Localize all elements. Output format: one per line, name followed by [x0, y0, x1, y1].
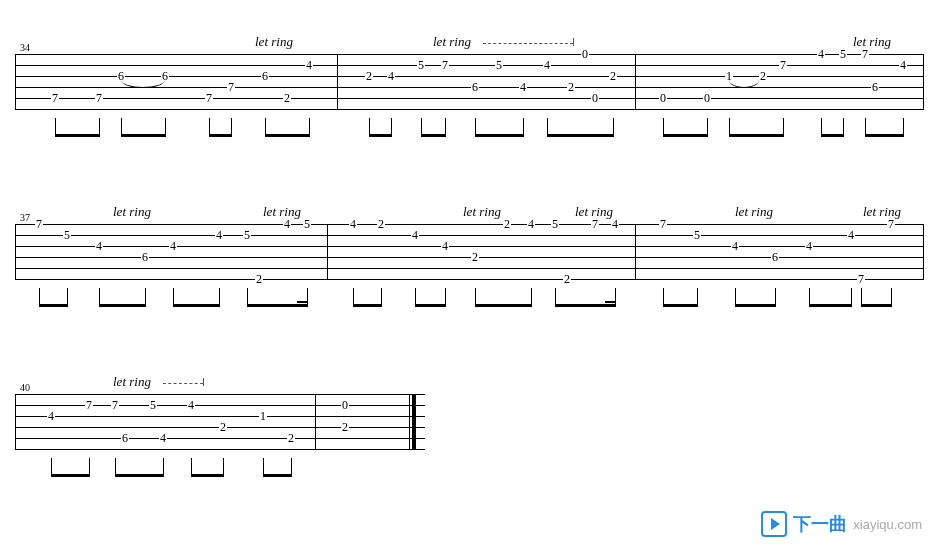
fret-number: 4 — [215, 229, 223, 241]
fret-number: 7 — [35, 218, 43, 230]
fret-number: 4 — [349, 218, 357, 230]
bar-number: 40 — [20, 382, 30, 393]
fret-number: 7 — [441, 59, 449, 71]
fret-number: 7 — [779, 59, 787, 71]
watermark-en: xiayiqu.com — [853, 517, 922, 532]
play-icon — [761, 511, 787, 537]
fret-number: 4 — [611, 218, 619, 230]
fret-number: 4 — [519, 81, 527, 93]
fret-number: 0 — [659, 92, 667, 104]
tab-system-1: 34 let ring776677624let ring245765442002… — [15, 20, 923, 110]
fret-number: 7 — [861, 48, 869, 60]
fret-number: 4 — [731, 240, 739, 252]
fret-number: 6 — [121, 432, 129, 444]
fret-number: 7 — [111, 399, 119, 411]
bar-number: 34 — [20, 42, 30, 53]
fret-number: 2 — [219, 421, 227, 433]
fret-number: 2 — [503, 218, 511, 230]
fret-number: 0 — [341, 399, 349, 411]
tab-system-3: 40 let ring476754421202 — [15, 360, 425, 450]
fret-number: 6 — [261, 70, 269, 82]
fret-number: 4 — [47, 410, 55, 422]
technique-label: let ring — [113, 374, 151, 390]
fret-number: 4 — [159, 432, 167, 444]
watermark: 下一曲 xiayiqu.com — [761, 511, 922, 537]
fret-number: 2 — [563, 273, 571, 285]
fret-number: 4 — [441, 240, 449, 252]
technique-label: let ring — [463, 204, 501, 220]
fret-number: 0 — [581, 48, 589, 60]
fret-number: 5 — [417, 59, 425, 71]
fret-number: 6 — [141, 251, 149, 263]
technique-label: let ring — [433, 34, 471, 50]
fret-number: 0 — [703, 92, 711, 104]
fret-number: 2 — [567, 81, 575, 93]
fret-number: 4 — [305, 59, 313, 71]
fret-number: 4 — [527, 218, 535, 230]
fret-number: 2 — [341, 421, 349, 433]
fret-number: 4 — [899, 59, 907, 71]
fret-number: 5 — [243, 229, 251, 241]
fret-number: 5 — [693, 229, 701, 241]
fret-number: 2 — [377, 218, 385, 230]
fret-number: 4 — [169, 240, 177, 252]
tab-staff: let ring476754421202 — [15, 394, 425, 450]
tab-staff: let ring776677624let ring245765442002let… — [15, 54, 923, 110]
fret-number: 2 — [759, 70, 767, 82]
fret-number: 7 — [85, 399, 93, 411]
tab-system-2: 37 let ringlet ring7546445245let ringlet… — [15, 190, 923, 280]
fret-number: 4 — [817, 48, 825, 60]
tab-staff: let ringlet ring7546445245let ringlet ri… — [15, 224, 923, 280]
fret-number: 4 — [411, 229, 419, 241]
fret-number: 5 — [303, 218, 311, 230]
bar-number: 37 — [20, 212, 30, 223]
fret-number: 4 — [387, 70, 395, 82]
fret-number: 7 — [591, 218, 599, 230]
fret-number: 2 — [365, 70, 373, 82]
fret-number: 6 — [771, 251, 779, 263]
fret-number: 4 — [847, 229, 855, 241]
technique-label: let ring — [255, 34, 293, 50]
fret-number: 7 — [857, 273, 865, 285]
fret-number: 2 — [255, 273, 263, 285]
fret-number: 6 — [471, 81, 479, 93]
fret-number: 4 — [543, 59, 551, 71]
fret-number: 2 — [471, 251, 479, 263]
fret-number: 4 — [283, 218, 291, 230]
fret-number: 2 — [609, 70, 617, 82]
fret-number: 6 — [871, 81, 879, 93]
fret-number: 5 — [149, 399, 157, 411]
fret-number: 7 — [205, 92, 213, 104]
fret-number: 7 — [95, 92, 103, 104]
fret-number: 5 — [551, 218, 559, 230]
fret-number: 7 — [227, 81, 235, 93]
fret-number: 2 — [283, 92, 291, 104]
technique-label: let ring — [113, 204, 151, 220]
technique-label: let ring — [863, 204, 901, 220]
fret-number: 1 — [259, 410, 267, 422]
fret-number: 4 — [187, 399, 195, 411]
technique-label: let ring — [263, 204, 301, 220]
fret-number: 0 — [591, 92, 599, 104]
technique-label: let ring — [735, 204, 773, 220]
technique-label: let ring — [853, 34, 891, 50]
fret-number: 7 — [51, 92, 59, 104]
tab-page: 34 let ring776677624let ring245765442002… — [0, 0, 940, 555]
watermark-cn: 下一曲 — [793, 512, 847, 536]
fret-number: 5 — [839, 48, 847, 60]
fret-number: 7 — [659, 218, 667, 230]
fret-number: 5 — [63, 229, 71, 241]
fret-number: 2 — [287, 432, 295, 444]
fret-number: 4 — [805, 240, 813, 252]
fret-number: 7 — [887, 218, 895, 230]
fret-number: 4 — [95, 240, 103, 252]
fret-number: 5 — [495, 59, 503, 71]
